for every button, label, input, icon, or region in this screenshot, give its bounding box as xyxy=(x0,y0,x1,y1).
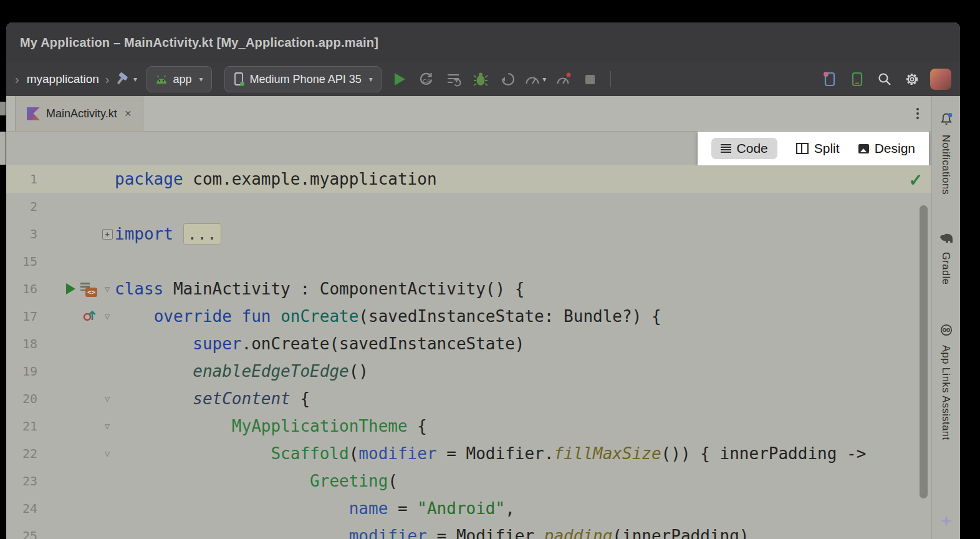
code-line[interactable]: 17▿ override fun onCreate(savedInstanceS… xyxy=(6,303,931,330)
code-line[interactable]: 16<>▿class MainActivity : ComponentActiv… xyxy=(6,275,931,303)
design-view-icon xyxy=(858,144,869,153)
stop-icon xyxy=(585,75,595,84)
code-line[interactable]: 3+import ... xyxy=(6,220,931,248)
search-everywhere-button[interactable] xyxy=(873,69,896,90)
code-token: padding xyxy=(544,527,613,539)
profiler-button[interactable]: ▾ xyxy=(524,69,547,90)
code-line[interactable]: 23 Greeting( xyxy=(6,467,931,495)
apply-code-changes-button[interactable] xyxy=(441,69,465,90)
override-method-gutter-icon[interactable] xyxy=(82,308,97,325)
code-text[interactable]: MyApplicationTheme { xyxy=(115,412,427,440)
running-devices-button[interactable] xyxy=(818,69,842,90)
device-manager-button[interactable] xyxy=(845,69,869,90)
fold-collapse-icon[interactable]: ▿ xyxy=(105,311,110,322)
view-mode-split-button[interactable]: Split xyxy=(796,141,840,156)
compose-preview-gutter-icon[interactable]: <> xyxy=(80,281,97,297)
apply-changes-button[interactable]: CA xyxy=(414,69,438,90)
user-avatar[interactable] xyxy=(930,69,951,90)
code-token: super xyxy=(193,334,241,353)
code-text[interactable]: Greeting( xyxy=(115,467,398,495)
code-token xyxy=(115,334,193,353)
fold-collapse-icon[interactable]: ▿ xyxy=(105,449,110,459)
view-mode-design-button[interactable]: Design xyxy=(858,141,915,156)
code-line[interactable]: 22▿ Scaffold(modifier = Modifier.fillMax… xyxy=(6,440,931,467)
attach-debugger-button[interactable] xyxy=(496,69,520,90)
run-config-selector[interactable]: app ▾ xyxy=(147,66,212,92)
breadcrumb-project[interactable]: myapplication xyxy=(27,72,99,86)
stop-button[interactable] xyxy=(579,69,602,90)
code-line[interactable]: 2 xyxy=(6,193,931,220)
code-token xyxy=(115,527,349,539)
tool-stripe-label: App Links Assistant xyxy=(940,345,952,440)
code-line[interactable]: 25 modifier = Modifier.padding(innerPadd… xyxy=(6,522,931,539)
fold-collapse-icon[interactable]: ▿ xyxy=(105,421,110,432)
apply-changes-icon: CA xyxy=(418,71,434,87)
gutter-fold-area: ▿ xyxy=(100,449,115,459)
code-token: package xyxy=(115,170,183,188)
editor-scrollbar[interactable] xyxy=(920,205,928,498)
editor-view-mode-strip: Code Split Design xyxy=(698,132,929,165)
code-line[interactable]: 20▿ setContent { xyxy=(6,385,931,412)
fold-collapse-icon[interactable]: ▿ xyxy=(105,284,110,294)
code-text[interactable]: class MainActivity : ComponentActivity()… xyxy=(115,275,524,303)
run-gutter-icon[interactable] xyxy=(66,283,75,294)
code-token: { xyxy=(291,389,310,408)
tab-options-menu[interactable] xyxy=(916,108,919,119)
view-mode-code-button[interactable]: Code xyxy=(711,138,777,159)
tool-stripe-label: Notifications xyxy=(940,135,952,195)
code-token: MyApplicationTheme xyxy=(232,417,408,435)
tool-stripe-gradle[interactable]: Gradle xyxy=(939,233,954,285)
code-text[interactable]: Scaffold(modifier = Modifier.fillMaxSize… xyxy=(115,440,866,467)
code-text[interactable]: override fun onCreate(savedInstanceState… xyxy=(115,303,661,330)
tool-stripe-app-links-assistant[interactable]: App Links Assistant xyxy=(940,324,953,440)
code-text[interactable]: modifier = Modifier.padding(innerPadding… xyxy=(115,522,749,539)
device-selector[interactable]: Medium Phone API 35 ▾ xyxy=(224,66,382,92)
bell-icon xyxy=(940,112,953,129)
code-text[interactable]: name = "Android", xyxy=(115,495,515,522)
debug-button[interactable] xyxy=(469,69,492,90)
build-hammer-button[interactable]: ▾ xyxy=(115,69,138,90)
code-area[interactable]: 1package com.example.myapplication23+imp… xyxy=(6,165,931,539)
run-button[interactable] xyxy=(395,73,405,85)
code-token: import xyxy=(115,225,173,243)
code-token: ()) { innerPadding -> xyxy=(661,444,867,463)
editor-column: MainActivity.kt × Code Split xyxy=(6,96,931,539)
split-view-icon xyxy=(796,143,809,154)
code-text[interactable]: super.onCreate(savedInstanceState) xyxy=(115,330,524,357)
titlebar[interactable]: My Application – MainActivity.kt [My_App… xyxy=(6,22,960,62)
code-token: () xyxy=(349,362,368,381)
editor-tab-bar: MainActivity.kt × xyxy=(6,96,931,132)
code-line[interactable]: 21▿ MyApplicationTheme { xyxy=(6,412,931,440)
fold-expand-icon[interactable]: + xyxy=(102,229,113,240)
code-line[interactable]: 19 enableEdgeToEdge() xyxy=(6,357,931,385)
line-number: 21 xyxy=(6,419,37,434)
restart-activity-icon xyxy=(445,71,461,87)
tab-mainactivity[interactable]: MainActivity.kt × xyxy=(15,96,143,131)
line-number: 24 xyxy=(6,501,37,516)
code-token: com.example.myapplication xyxy=(183,170,437,188)
code-text[interactable]: import ... xyxy=(115,220,221,248)
code-line[interactable]: 24 name = "Android", xyxy=(6,495,931,522)
close-icon[interactable]: × xyxy=(125,107,132,120)
view-mode-label: Code xyxy=(737,141,768,156)
code-line[interactable]: 15 xyxy=(6,248,931,275)
code-token xyxy=(115,307,154,326)
code-line[interactable]: 18 super.onCreate(savedInstanceState) xyxy=(6,330,931,357)
ai-assistant-button[interactable] xyxy=(939,514,953,530)
fold-collapse-icon[interactable]: ▿ xyxy=(105,394,110,404)
code-editor[interactable]: 1package com.example.myapplication23+imp… xyxy=(6,165,931,539)
code-token xyxy=(115,499,349,518)
settings-button[interactable] xyxy=(900,69,924,90)
code-token xyxy=(173,225,183,243)
tool-stripe-notifications[interactable]: Notifications xyxy=(940,112,953,195)
inspection-ok-icon[interactable]: ✓ xyxy=(908,170,923,190)
code-text[interactable]: package com.example.myapplication xyxy=(115,165,437,193)
code-line[interactable]: 1package com.example.myapplication xyxy=(6,165,931,193)
code-text[interactable]: setContent { xyxy=(115,385,310,412)
line-number: 3 xyxy=(6,226,37,241)
code-token: override fun xyxy=(154,307,271,326)
code-text[interactable]: enableEdgeToEdge() xyxy=(115,357,368,385)
svg-text:CA: CA xyxy=(423,78,431,84)
line-number: 19 xyxy=(6,364,37,379)
profileable-run-button[interactable] xyxy=(551,69,575,90)
